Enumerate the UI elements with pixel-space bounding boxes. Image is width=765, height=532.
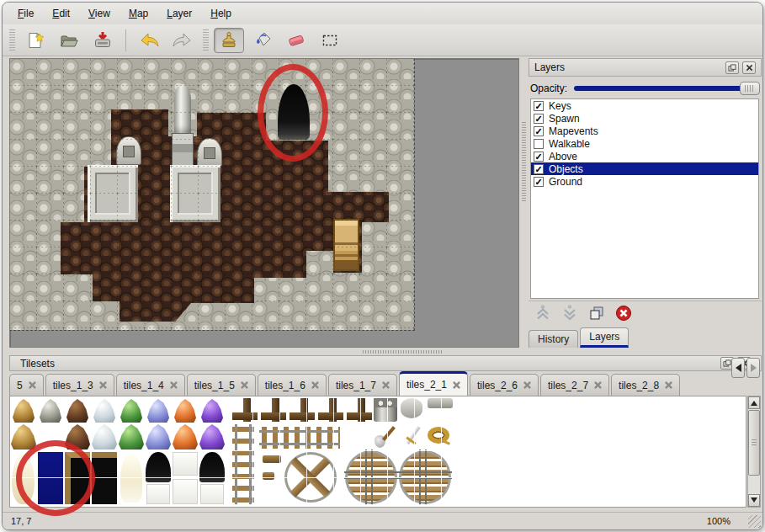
layer-row-mapevents[interactable]: ✓Mapevents bbox=[531, 125, 758, 137]
menu-view[interactable]: View bbox=[80, 5, 119, 22]
duplicate-layer-button[interactable] bbox=[586, 303, 608, 323]
tile-crystal-blue-small[interactable] bbox=[147, 399, 169, 423]
tile-wood-corner-2[interactable] bbox=[261, 398, 286, 422]
tile-crystal-orange-small[interactable] bbox=[174, 399, 196, 423]
scroll-tabs-left-button[interactable] bbox=[731, 358, 745, 378]
close-tab-icon[interactable] bbox=[170, 381, 178, 389]
toolbar-drag-handle[interactable] bbox=[9, 29, 15, 51]
tileset-tab-tiles_2_6[interactable]: tiles_2_6 bbox=[470, 374, 539, 396]
layer-checkbox-spawn[interactable]: ✓ bbox=[534, 114, 544, 124]
tile-hood-black-2[interactable] bbox=[199, 452, 225, 482]
scroll-up-button[interactable] bbox=[748, 396, 760, 409]
tile-blob-cream[interactable] bbox=[120, 454, 142, 503]
tileset-tab-tiles_2_7[interactable]: tiles_2_7 bbox=[540, 374, 609, 396]
close-tab-icon[interactable] bbox=[99, 381, 107, 389]
delete-layer-button[interactable] bbox=[613, 303, 635, 323]
map-content[interactable] bbox=[10, 59, 414, 330]
resize-grip[interactable] bbox=[748, 515, 761, 528]
dock-tab-history[interactable]: History bbox=[529, 330, 578, 348]
eraser-tool-button[interactable] bbox=[281, 28, 311, 53]
tile-track-turntable[interactable] bbox=[284, 452, 337, 503]
close-tab-icon[interactable] bbox=[29, 381, 36, 389]
tile-doorway-dark[interactable] bbox=[92, 452, 117, 504]
float-panel-button[interactable] bbox=[725, 61, 739, 74]
tileset-canvas[interactable] bbox=[9, 396, 746, 508]
tile-rock-gold-small[interactable] bbox=[13, 399, 35, 423]
layer-checkbox-keys[interactable]: ✓ bbox=[534, 101, 544, 111]
tile-rock-darkbrown-small[interactable] bbox=[66, 399, 88, 423]
tile-rock-gray[interactable] bbox=[38, 424, 63, 450]
tile-wood-corner-5[interactable] bbox=[347, 398, 372, 422]
tile-rock-darkbrown[interactable] bbox=[65, 424, 90, 450]
vertical-splitter[interactable] bbox=[519, 58, 529, 348]
tile-track-vertical[interactable] bbox=[232, 424, 254, 505]
tile-slab-white-1[interactable] bbox=[146, 484, 170, 504]
toolbar-drag-handle-2[interactable] bbox=[203, 29, 209, 51]
layer-checkbox-above[interactable]: ✓ bbox=[534, 152, 544, 162]
tile-wood-corner-1[interactable] bbox=[232, 398, 258, 422]
dock-tab-layers[interactable]: Layers bbox=[580, 327, 629, 348]
layer-row-ground[interactable]: ✓Ground bbox=[531, 175, 758, 188]
tile-rock-gold[interactable] bbox=[11, 424, 36, 450]
tile-rock-gray-small[interactable] bbox=[40, 399, 61, 423]
close-tab-icon[interactable] bbox=[382, 381, 390, 389]
stamp-tool-button[interactable] bbox=[214, 28, 244, 53]
fill-tool-button[interactable] bbox=[247, 28, 278, 53]
scroll-tabs-right-button[interactable] bbox=[746, 358, 760, 378]
layer-row-keys[interactable]: ✓Keys bbox=[531, 99, 758, 112]
undo-button[interactable] bbox=[134, 28, 164, 53]
tile-rock-green[interactable] bbox=[119, 424, 144, 450]
tile-hood-black-1[interactable] bbox=[146, 452, 171, 482]
layer-checkbox-walkable[interactable] bbox=[534, 139, 544, 149]
tile-shovel[interactable] bbox=[374, 425, 397, 449]
tile-track-crossing-1[interactable] bbox=[345, 450, 397, 504]
layer-row-spawn[interactable]: ✓Spawn bbox=[531, 112, 758, 125]
tile-tile-navy[interactable] bbox=[38, 452, 63, 504]
tile-rock-ice-small[interactable] bbox=[93, 399, 115, 423]
menu-map[interactable]: Map bbox=[120, 5, 157, 22]
horizontal-splitter[interactable] bbox=[9, 348, 762, 355]
tile-rock-green-small[interactable] bbox=[120, 399, 142, 423]
close-tab-icon[interactable] bbox=[453, 381, 460, 389]
tile-rock-ice[interactable] bbox=[92, 424, 117, 450]
menu-edit[interactable]: Edit bbox=[44, 5, 78, 22]
tile-wood-plank-1[interactable] bbox=[263, 455, 281, 463]
tileset-scrollbar[interactable] bbox=[747, 396, 761, 508]
layer-row-walkable[interactable]: Walkable bbox=[531, 137, 758, 150]
tile-stone-slab[interactable] bbox=[428, 398, 453, 408]
tile-crystal-blue[interactable] bbox=[146, 424, 171, 450]
scrollbar-thumb[interactable] bbox=[748, 410, 760, 476]
layer-checkbox-ground[interactable]: ✓ bbox=[534, 177, 544, 187]
tile-track-crossing-2[interactable] bbox=[399, 450, 451, 504]
open-button[interactable] bbox=[54, 28, 84, 53]
close-tab-icon[interactable] bbox=[665, 381, 672, 389]
tileset-tab-tiles_1_3[interactable]: tiles_1_3 bbox=[45, 374, 114, 396]
layer-row-objects[interactable]: ✓Objects bbox=[531, 162, 758, 175]
layer-checkbox-mapevents[interactable]: ✓ bbox=[534, 126, 544, 136]
close-tab-icon[interactable] bbox=[523, 381, 531, 389]
redo-button[interactable] bbox=[167, 28, 198, 53]
menu-help[interactable]: Help bbox=[202, 5, 240, 22]
lower-layer-button[interactable] bbox=[559, 303, 581, 323]
tile-tile-white[interactable] bbox=[173, 452, 198, 476]
tileset-tab-tiles_1_7[interactable]: tiles_1_7 bbox=[328, 374, 397, 396]
tile-doorframe-wood[interactable] bbox=[65, 452, 90, 504]
close-panel-button[interactable] bbox=[742, 61, 756, 74]
tile-crystal-orange[interactable] bbox=[173, 424, 198, 450]
close-tab-icon[interactable] bbox=[241, 381, 248, 389]
tileset-tab-5[interactable]: 5 bbox=[9, 374, 44, 396]
opacity-slider-handle[interactable] bbox=[740, 82, 760, 95]
map-canvas[interactable] bbox=[9, 58, 519, 348]
raise-layer-button[interactable] bbox=[532, 303, 554, 323]
tileset-tab-tiles_1_5[interactable]: tiles_1_5 bbox=[187, 374, 256, 396]
save-button[interactable] bbox=[88, 28, 118, 53]
layer-row-above[interactable]: ✓Above bbox=[531, 150, 758, 162]
tileset-tab-tiles_1_4[interactable]: tiles_1_4 bbox=[116, 374, 185, 396]
tile-crystal-purple-small[interactable] bbox=[201, 399, 223, 423]
scroll-down-button[interactable] bbox=[748, 494, 760, 507]
tile-track-horizontal[interactable] bbox=[259, 427, 340, 449]
tile-wood-corner-3[interactable] bbox=[290, 398, 315, 422]
tileset-tab-tiles_1_6[interactable]: tiles_1_6 bbox=[258, 374, 327, 396]
tile-slab-white-3[interactable] bbox=[200, 484, 224, 504]
menu-layer[interactable]: Layer bbox=[158, 5, 200, 22]
